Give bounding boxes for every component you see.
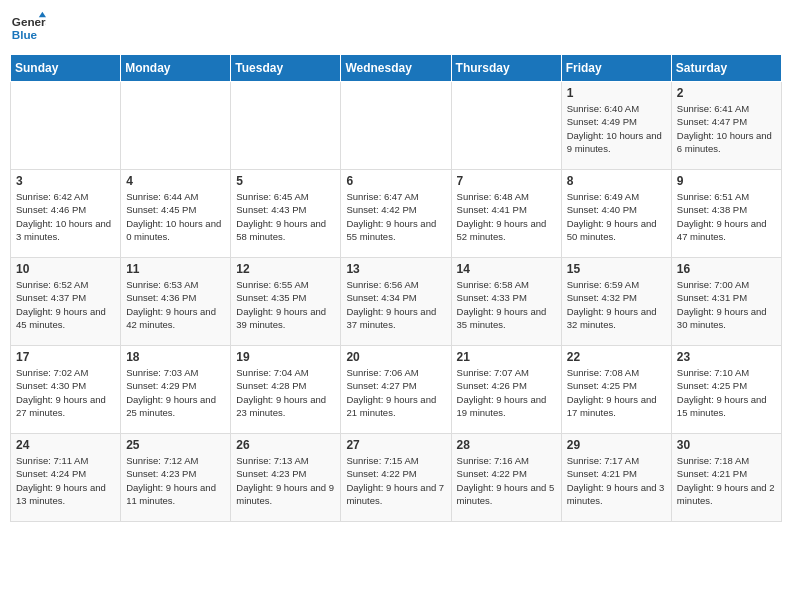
day-info: Sunrise: 6:49 AM Sunset: 4:40 PM Dayligh…: [567, 190, 666, 243]
day-info: Sunrise: 7:07 AM Sunset: 4:26 PM Dayligh…: [457, 366, 556, 419]
day-cell: 30Sunrise: 7:18 AM Sunset: 4:21 PM Dayli…: [671, 434, 781, 522]
day-info: Sunrise: 6:52 AM Sunset: 4:37 PM Dayligh…: [16, 278, 115, 331]
day-cell: [11, 82, 121, 170]
day-number: 26: [236, 438, 335, 452]
day-info: Sunrise: 6:59 AM Sunset: 4:32 PM Dayligh…: [567, 278, 666, 331]
day-number: 12: [236, 262, 335, 276]
day-number: 6: [346, 174, 445, 188]
day-cell: 10Sunrise: 6:52 AM Sunset: 4:37 PM Dayli…: [11, 258, 121, 346]
day-number: 3: [16, 174, 115, 188]
col-header-monday: Monday: [121, 55, 231, 82]
col-header-tuesday: Tuesday: [231, 55, 341, 82]
week-row-3: 10Sunrise: 6:52 AM Sunset: 4:37 PM Dayli…: [11, 258, 782, 346]
day-cell: 2Sunrise: 6:41 AM Sunset: 4:47 PM Daylig…: [671, 82, 781, 170]
day-info: Sunrise: 7:02 AM Sunset: 4:30 PM Dayligh…: [16, 366, 115, 419]
day-number: 30: [677, 438, 776, 452]
day-cell: 13Sunrise: 6:56 AM Sunset: 4:34 PM Dayli…: [341, 258, 451, 346]
day-number: 7: [457, 174, 556, 188]
day-cell: 25Sunrise: 7:12 AM Sunset: 4:23 PM Dayli…: [121, 434, 231, 522]
day-cell: 3Sunrise: 6:42 AM Sunset: 4:46 PM Daylig…: [11, 170, 121, 258]
week-row-5: 24Sunrise: 7:11 AM Sunset: 4:24 PM Dayli…: [11, 434, 782, 522]
day-cell: 24Sunrise: 7:11 AM Sunset: 4:24 PM Dayli…: [11, 434, 121, 522]
day-cell: 22Sunrise: 7:08 AM Sunset: 4:25 PM Dayli…: [561, 346, 671, 434]
day-number: 23: [677, 350, 776, 364]
col-header-sunday: Sunday: [11, 55, 121, 82]
day-cell: [451, 82, 561, 170]
day-info: Sunrise: 7:00 AM Sunset: 4:31 PM Dayligh…: [677, 278, 776, 331]
day-info: Sunrise: 7:18 AM Sunset: 4:21 PM Dayligh…: [677, 454, 776, 507]
svg-text:Blue: Blue: [12, 28, 38, 41]
day-info: Sunrise: 7:11 AM Sunset: 4:24 PM Dayligh…: [16, 454, 115, 507]
day-info: Sunrise: 7:13 AM Sunset: 4:23 PM Dayligh…: [236, 454, 335, 507]
day-number: 4: [126, 174, 225, 188]
col-header-wednesday: Wednesday: [341, 55, 451, 82]
day-cell: 19Sunrise: 7:04 AM Sunset: 4:28 PM Dayli…: [231, 346, 341, 434]
day-cell: 8Sunrise: 6:49 AM Sunset: 4:40 PM Daylig…: [561, 170, 671, 258]
day-number: 19: [236, 350, 335, 364]
day-cell: 11Sunrise: 6:53 AM Sunset: 4:36 PM Dayli…: [121, 258, 231, 346]
day-info: Sunrise: 6:58 AM Sunset: 4:33 PM Dayligh…: [457, 278, 556, 331]
day-info: Sunrise: 7:10 AM Sunset: 4:25 PM Dayligh…: [677, 366, 776, 419]
day-number: 9: [677, 174, 776, 188]
day-cell: 14Sunrise: 6:58 AM Sunset: 4:33 PM Dayli…: [451, 258, 561, 346]
day-number: 24: [16, 438, 115, 452]
day-info: Sunrise: 7:16 AM Sunset: 4:22 PM Dayligh…: [457, 454, 556, 507]
day-cell: 17Sunrise: 7:02 AM Sunset: 4:30 PM Dayli…: [11, 346, 121, 434]
day-cell: 4Sunrise: 6:44 AM Sunset: 4:45 PM Daylig…: [121, 170, 231, 258]
day-number: 15: [567, 262, 666, 276]
week-row-1: 1Sunrise: 6:40 AM Sunset: 4:49 PM Daylig…: [11, 82, 782, 170]
day-cell: 6Sunrise: 6:47 AM Sunset: 4:42 PM Daylig…: [341, 170, 451, 258]
day-cell: 12Sunrise: 6:55 AM Sunset: 4:35 PM Dayli…: [231, 258, 341, 346]
col-header-friday: Friday: [561, 55, 671, 82]
day-info: Sunrise: 7:15 AM Sunset: 4:22 PM Dayligh…: [346, 454, 445, 507]
day-cell: 15Sunrise: 6:59 AM Sunset: 4:32 PM Dayli…: [561, 258, 671, 346]
day-info: Sunrise: 7:06 AM Sunset: 4:27 PM Dayligh…: [346, 366, 445, 419]
calendar-table: SundayMondayTuesdayWednesdayThursdayFrid…: [10, 54, 782, 522]
page-header: General Blue: [10, 10, 782, 46]
day-cell: 27Sunrise: 7:15 AM Sunset: 4:22 PM Dayli…: [341, 434, 451, 522]
day-number: 11: [126, 262, 225, 276]
day-number: 22: [567, 350, 666, 364]
day-number: 2: [677, 86, 776, 100]
day-number: 20: [346, 350, 445, 364]
col-header-saturday: Saturday: [671, 55, 781, 82]
col-header-thursday: Thursday: [451, 55, 561, 82]
day-cell: 21Sunrise: 7:07 AM Sunset: 4:26 PM Dayli…: [451, 346, 561, 434]
day-number: 25: [126, 438, 225, 452]
day-info: Sunrise: 6:40 AM Sunset: 4:49 PM Dayligh…: [567, 102, 666, 155]
day-cell: 23Sunrise: 7:10 AM Sunset: 4:25 PM Dayli…: [671, 346, 781, 434]
day-cell: 29Sunrise: 7:17 AM Sunset: 4:21 PM Dayli…: [561, 434, 671, 522]
day-number: 13: [346, 262, 445, 276]
calendar-header-row: SundayMondayTuesdayWednesdayThursdayFrid…: [11, 55, 782, 82]
day-number: 17: [16, 350, 115, 364]
day-number: 28: [457, 438, 556, 452]
day-number: 16: [677, 262, 776, 276]
day-cell: 18Sunrise: 7:03 AM Sunset: 4:29 PM Dayli…: [121, 346, 231, 434]
day-info: Sunrise: 7:17 AM Sunset: 4:21 PM Dayligh…: [567, 454, 666, 507]
day-info: Sunrise: 6:45 AM Sunset: 4:43 PM Dayligh…: [236, 190, 335, 243]
logo-icon: General Blue: [10, 10, 46, 46]
week-row-4: 17Sunrise: 7:02 AM Sunset: 4:30 PM Dayli…: [11, 346, 782, 434]
day-info: Sunrise: 7:08 AM Sunset: 4:25 PM Dayligh…: [567, 366, 666, 419]
day-cell: [121, 82, 231, 170]
week-row-2: 3Sunrise: 6:42 AM Sunset: 4:46 PM Daylig…: [11, 170, 782, 258]
day-info: Sunrise: 6:53 AM Sunset: 4:36 PM Dayligh…: [126, 278, 225, 331]
day-info: Sunrise: 6:41 AM Sunset: 4:47 PM Dayligh…: [677, 102, 776, 155]
day-info: Sunrise: 6:56 AM Sunset: 4:34 PM Dayligh…: [346, 278, 445, 331]
day-info: Sunrise: 6:44 AM Sunset: 4:45 PM Dayligh…: [126, 190, 225, 243]
day-number: 21: [457, 350, 556, 364]
day-number: 29: [567, 438, 666, 452]
day-number: 10: [16, 262, 115, 276]
day-info: Sunrise: 7:12 AM Sunset: 4:23 PM Dayligh…: [126, 454, 225, 507]
day-number: 1: [567, 86, 666, 100]
day-info: Sunrise: 6:47 AM Sunset: 4:42 PM Dayligh…: [346, 190, 445, 243]
day-info: Sunrise: 6:48 AM Sunset: 4:41 PM Dayligh…: [457, 190, 556, 243]
day-number: 14: [457, 262, 556, 276]
day-cell: [341, 82, 451, 170]
day-cell: 1Sunrise: 6:40 AM Sunset: 4:49 PM Daylig…: [561, 82, 671, 170]
day-info: Sunrise: 7:03 AM Sunset: 4:29 PM Dayligh…: [126, 366, 225, 419]
day-cell: 26Sunrise: 7:13 AM Sunset: 4:23 PM Dayli…: [231, 434, 341, 522]
day-cell: 7Sunrise: 6:48 AM Sunset: 4:41 PM Daylig…: [451, 170, 561, 258]
day-info: Sunrise: 6:42 AM Sunset: 4:46 PM Dayligh…: [16, 190, 115, 243]
logo: General Blue: [10, 10, 52, 46]
